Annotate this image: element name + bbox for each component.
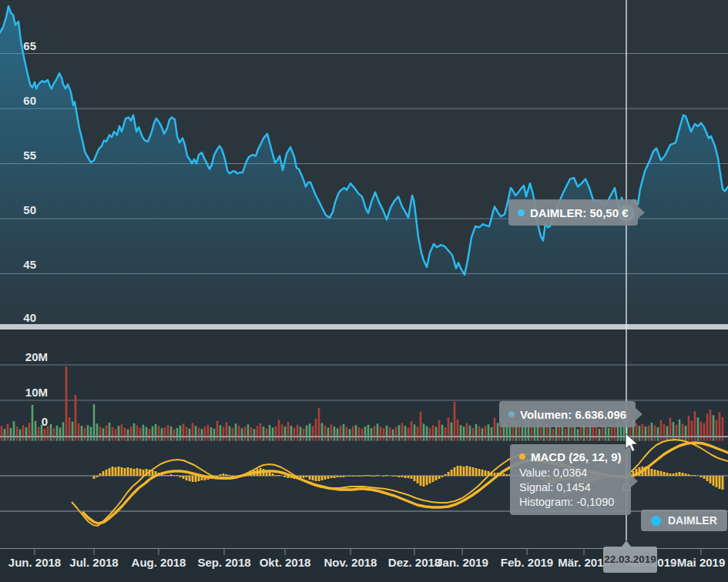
mouse-cursor-icon: [624, 432, 641, 455]
price-series-dot-icon: [518, 209, 525, 216]
stock-chart[interactable]: 65605550454020M10M0Jun. 2018Jul. 2018Aug…: [0, 0, 728, 582]
crosshair-date-label: 22.03.2019: [603, 547, 657, 573]
volume-tooltip: Volumen: 6.636.096: [499, 401, 636, 427]
macd-tooltip-title: MACD (26, 12, 9): [531, 450, 622, 463]
volume-tooltip-text: Volumen: 6.636.096: [520, 408, 626, 421]
macd-series-dot-icon: [519, 453, 525, 460]
macd-value-line: Value: 0,0364: [519, 466, 622, 480]
legend-daimler-button[interactable]: DAIMLER: [641, 510, 727, 531]
price-tooltip: DAIMLER: 50,50 €: [508, 199, 638, 226]
macd-tooltip: MACD (26, 12, 9) Value: 0,0364 Signal: 0…: [510, 444, 631, 515]
volume-stub-strip: [1, 437, 724, 440]
volume-gridlines: [0, 365, 728, 400]
macd-signal-line: Signal: 0,1454: [519, 480, 622, 495]
panel-separator[interactable]: [0, 324, 728, 329]
legend-label: DAIMLER: [668, 514, 717, 527]
macd-histogram-line: Histogram: -0,1090: [519, 495, 622, 510]
price-tooltip-text: DAIMLER: 50,50 €: [530, 206, 629, 219]
volume-series-dot-icon: [508, 411, 515, 417]
legend-series-dot-icon: [651, 516, 661, 526]
